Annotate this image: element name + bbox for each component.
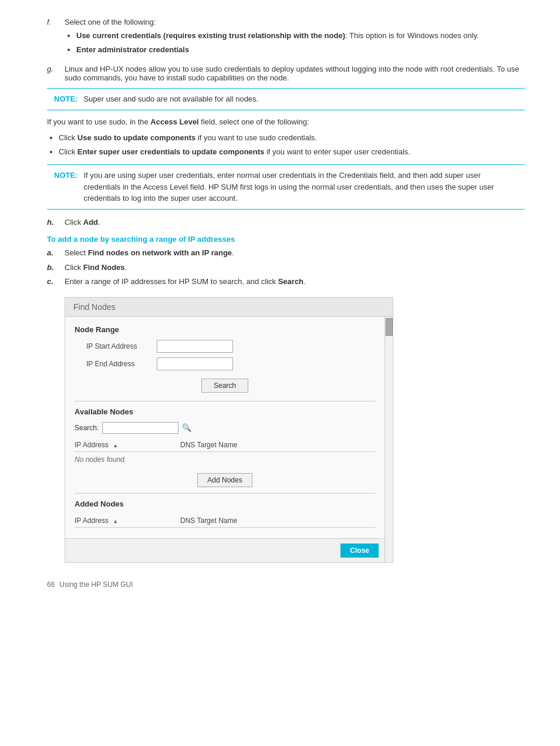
step-g: g. Linux and HP-UX nodes allow you to us… (47, 65, 525, 82)
step-f: f. Select one of the following: Use curr… (47, 18, 525, 59)
note-text-1: Super user and sudo are not available fo… (83, 93, 258, 105)
available-nodes-section: Available Nodes Search: 🔍 IP Address ▲ (75, 407, 375, 467)
access-level-para: If you want to use sudo, in the Access L… (47, 116, 525, 128)
added-dns-col-header: DNS Target Name (180, 517, 375, 525)
step-h: h. Click Add. (47, 217, 525, 228)
ip-end-label: IP End Address (86, 360, 157, 368)
available-nodes-search-input[interactable] (102, 422, 178, 434)
step-h-bold: Add (83, 218, 98, 227)
divider-1 (75, 401, 375, 401)
dialog-scrollbar[interactable] (384, 317, 393, 562)
step-f-list: Use current credentials (requires existi… (65, 30, 525, 55)
ip-end-row: IP End Address (86, 357, 375, 370)
step-a-content: Select Find nodes on network with an IP … (65, 247, 234, 259)
added-nodes-heading: Added Nodes (75, 499, 375, 508)
step-f-label: f. (47, 18, 65, 59)
find-nodes-dialog: Find Nodes Node Range IP Start Address I… (65, 297, 393, 563)
step-h-label: h. (47, 217, 65, 228)
step-f-content: Select one of the following: Use current… (65, 18, 525, 59)
search-button[interactable]: Search (201, 379, 248, 393)
bullet-bold: Enter administrator credentials (76, 45, 189, 54)
added-nodes-section: Added Nodes IP Address ▲ DNS Target Name (75, 499, 375, 538)
step-c-bold: Search (278, 277, 303, 286)
close-button[interactable]: Close (340, 544, 379, 558)
added-ip-col-header: IP Address ▲ (75, 517, 180, 525)
step-b-letter: b. (47, 262, 65, 274)
search-row: Search: 🔍 (75, 422, 375, 434)
list-item: Click Use sudo to update components if y… (59, 132, 525, 144)
add-nodes-row: Add Nodes (75, 473, 375, 487)
bullet-bold: Use current credentials (requires existi… (76, 31, 345, 40)
list-item: Enter administrator credentials (76, 44, 525, 56)
page-content: f. Select one of the following: Use curr… (47, 18, 525, 589)
add-nodes-button[interactable]: Add Nodes (197, 473, 252, 487)
ip-start-row: IP Start Address (86, 340, 375, 353)
ip-sort-arrow: ▲ (113, 443, 118, 448)
list-item: a. Select Find nodes on network with an … (47, 247, 525, 259)
dialog-main: Node Range IP Start Address IP End Addre… (65, 317, 384, 562)
step-a-bold: Find nodes on network with an IP range (88, 248, 232, 257)
note-label-2: NOTE: (54, 170, 77, 204)
added-nodes-table-header: IP Address ▲ DNS Target Name (75, 514, 375, 528)
search-btn-row: Search (75, 379, 375, 393)
step-b-content: Click Find Nodes. (65, 262, 127, 274)
note-box-1: NOTE: Super user and sudo are not availa… (47, 88, 525, 110)
ip-end-input[interactable] (157, 357, 233, 370)
added-ip-sort-arrow: ▲ (113, 518, 118, 524)
dns-col-header: DNS Target Name (180, 441, 375, 449)
step-c-content: Enter a range of IP addresses for HP SUM… (65, 276, 306, 288)
search-icon: 🔍 (182, 423, 191, 432)
page-footer: 66 Using the HP SUM GUI (47, 580, 525, 589)
node-range-heading: Node Range (75, 325, 375, 334)
divider-2 (75, 493, 375, 494)
ip-range-steps: a. Select Find nodes on network with an … (47, 247, 525, 288)
ip-range-heading: To add a node by searching a range of IP… (47, 235, 525, 244)
available-nodes-heading: Available Nodes (75, 407, 375, 416)
dialog-title: Find Nodes (73, 302, 116, 312)
access-level-bold: Access Level (150, 117, 198, 126)
search-field-label: Search: (75, 424, 99, 432)
sudo-bullets: Click Use sudo to update components if y… (47, 132, 525, 157)
dialog-footer: Close (65, 538, 384, 562)
step-a-letter: a. (47, 247, 65, 259)
step-g-content: Linux and HP-UX nodes allow you to use s… (65, 65, 525, 82)
list-item: c. Enter a range of IP addresses for HP … (47, 276, 525, 288)
note-box-2: NOTE: If you are using super user creden… (47, 164, 525, 210)
ip-start-input[interactable] (157, 340, 233, 353)
step-h-content: Click Add. (65, 217, 100, 228)
step-b-bold: Find Nodes (83, 263, 125, 272)
no-nodes-text: No nodes found. (75, 452, 375, 467)
step-c-letter: c. (47, 276, 65, 288)
list-item: Use current credentials (requires existi… (76, 30, 525, 42)
page-number: 66 (47, 580, 55, 589)
scrollbar-thumb[interactable] (386, 318, 393, 336)
list-item: b. Click Find Nodes. (47, 262, 525, 274)
sudo-bold-1: Use sudo to update components (77, 133, 196, 142)
step-f-intro: Select one of the following: (65, 18, 156, 26)
step-g-label: g. (47, 65, 65, 82)
available-nodes-table-header: IP Address ▲ DNS Target Name (75, 438, 375, 452)
dialog-title-bar: Find Nodes (65, 298, 393, 317)
note-text-2: If you are using super user credentials,… (83, 170, 518, 204)
sudo-bold-2: Enter super user credentials to update c… (77, 147, 265, 156)
list-item: Click Enter super user credentials to up… (59, 146, 525, 158)
ip-start-label: IP Start Address (86, 342, 157, 350)
ip-address-col-header: IP Address ▲ (75, 441, 180, 449)
note-label-1: NOTE: (54, 93, 77, 105)
footer-text: Using the HP SUM GUI (59, 580, 133, 589)
